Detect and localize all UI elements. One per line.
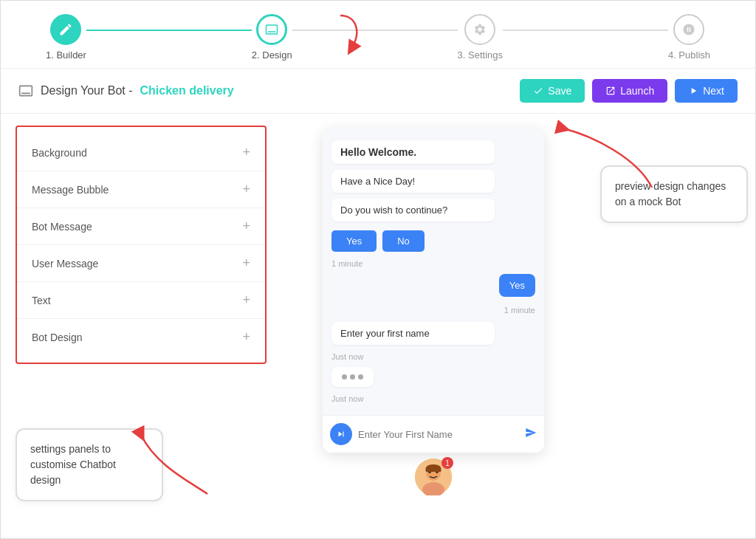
step-design[interactable]: 2. Design [252, 14, 292, 61]
chat-timestamp-2: Just now [331, 352, 535, 361]
header-title-text: Design Your Bot - [41, 84, 133, 97]
header-brand-name: Chicken delivery [140, 84, 234, 97]
settings-row-bot-message[interactable]: Bot Message + [17, 208, 265, 245]
left-arrow [126, 405, 230, 509]
step-label-design: 2. Design [252, 49, 292, 61]
step-label-publish: 4. Publish [668, 49, 710, 61]
avatar-badge: 1 [441, 457, 453, 469]
step-label-settings: 3. Settings [458, 49, 503, 61]
settings-label-text: Text [32, 295, 51, 306]
dot-1 [342, 374, 347, 380]
settings-panel: Background + Message Bubble + Bot Messag… [16, 126, 267, 364]
chat-input-area [323, 415, 544, 453]
settings-label-background: Background [32, 147, 87, 159]
user-bubble-yes: Yes [499, 274, 535, 297]
right-arrow [534, 114, 681, 202]
chat-enter-name: Enter your first name [331, 322, 495, 345]
settings-row-background[interactable]: Background + [17, 134, 265, 171]
settings-row-user-message[interactable]: User Message + [17, 245, 265, 282]
bot-avatar: 1 [415, 459, 452, 495]
user-timestamp-text: 1 minute [504, 306, 535, 315]
user-timestamp: 1 minute [331, 303, 535, 316]
connector-1 [86, 30, 252, 31]
chat-message-welcome: Hello Welcome. [331, 140, 495, 164]
step-builder[interactable]: 1. Builder [46, 14, 86, 61]
chat-yes-button[interactable]: Yes [331, 230, 377, 252]
stepper: 1. Builder 2. Design 3. Settings [1, 1, 755, 69]
main-content: Background + Message Bubble + Bot Messag… [1, 114, 755, 538]
chat-message-continue: Do you wish to continue? [331, 199, 495, 222]
chat-buttons: Yes No [331, 230, 535, 252]
connector-2 [292, 30, 458, 31]
step-circle-publish [673, 14, 704, 45]
page-title: Design Your Bot - Chicken delivery [18, 83, 234, 98]
right-annotation-area: preview design changes on a mock Bot [593, 114, 755, 538]
chat-timestamp-1: 1 minute [331, 259, 535, 268]
chat-skip-button[interactable] [330, 423, 352, 445]
save-button[interactable]: Save [520, 79, 585, 103]
skip-icon [336, 429, 346, 439]
settings-row-bot-design[interactable]: Bot Design + [17, 319, 265, 355]
chat-window: Hello Welcome. Have a Nice Day! Do you w… [323, 128, 544, 453]
left-annotation-text: settings panels to customise Chatbot des… [30, 443, 116, 486]
bot-avatar-container: 1 [415, 459, 452, 495]
step-circle-settings [464, 14, 495, 45]
plus-icon-bot-design: + [242, 329, 250, 345]
settings-row-message-bubble[interactable]: Message Bubble + [17, 171, 265, 208]
header-bar: Design Your Bot - Chicken delivery Save … [1, 69, 755, 114]
external-link-icon [605, 86, 616, 96]
chat-send-button[interactable] [525, 427, 537, 442]
plus-icon-bot-message: + [242, 219, 250, 234]
chat-timestamp-3: Just now [331, 394, 535, 403]
chat-body: Hello Welcome. Have a Nice Day! Do you w… [323, 128, 544, 415]
settings-label-bot-design: Bot Design [32, 332, 82, 343]
step-circle-builder [50, 14, 81, 45]
user-message-row: Yes [331, 274, 535, 297]
chevron-right-icon [688, 86, 698, 96]
chat-no-button[interactable]: No [382, 230, 425, 252]
settings-label-bot-message: Bot Message [32, 221, 92, 233]
dot-2 [350, 374, 355, 380]
launch-button[interactable]: Launch [592, 79, 667, 103]
settings-row-text[interactable]: Text + [17, 282, 265, 319]
next-button[interactable]: Next [675, 79, 738, 103]
chat-message-nice-day: Have a Nice Day! [331, 170, 495, 193]
step-circle-design [256, 14, 287, 45]
step-publish[interactable]: 4. Publish [668, 14, 710, 61]
plus-icon-background: + [242, 145, 250, 160]
check-icon [533, 86, 543, 96]
settings-label-user-message: User Message [32, 258, 98, 270]
plus-icon-text: + [242, 292, 250, 308]
plus-icon-message-bubble: + [242, 182, 250, 197]
chat-input[interactable] [358, 429, 519, 440]
plus-icon-user-message: + [242, 255, 250, 271]
settings-label-message-bubble: Message Bubble [32, 184, 109, 196]
send-icon [525, 427, 537, 439]
step-settings[interactable]: 3. Settings [458, 14, 503, 61]
connector-3 [503, 30, 668, 31]
dot-3 [358, 374, 363, 380]
typing-indicator [331, 367, 374, 387]
step-label-builder: 1. Builder [46, 49, 86, 61]
monitor-icon [18, 83, 33, 98]
header-actions: Save Launch Next [520, 79, 738, 103]
